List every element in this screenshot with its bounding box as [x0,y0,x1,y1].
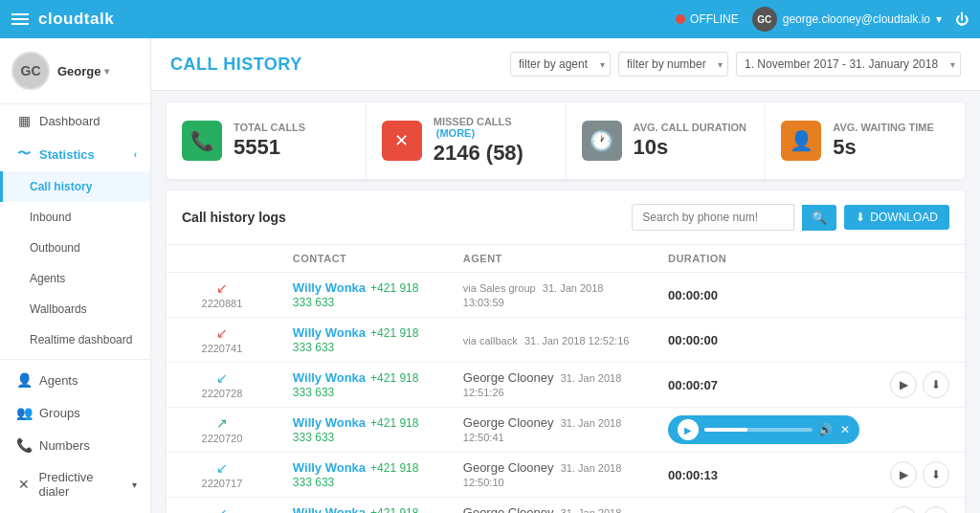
logo: cloudtalk [38,10,114,29]
contact-name[interactable]: Willy Wonka [293,460,366,475]
play-recording-button[interactable]: ▶ [890,506,917,513]
table-actions: 🔍 ⬇ DOWNLOAD [632,204,949,231]
contact-id-cell: ↙2220728 [167,363,278,408]
actions-cell [875,318,965,363]
download-label: DOWNLOAD [870,211,938,224]
missed-calls-info: MISSED CALLS (MORE) 2146 (58) [434,116,550,166]
duration-value: 00:00:00 [668,333,718,347]
search-button[interactable]: 🔍 [802,205,836,231]
call-type-icon: ↙ [216,370,228,386]
avg-waiting-icon: 👤 [781,121,821,161]
sidebar-item-dashboard[interactable]: ▦ Dashboard [0,104,150,137]
sidebar-item-agents-stat[interactable]: Agents [0,263,150,294]
numbers-icon: 📞 [16,437,32,453]
actions-cell [875,408,965,453]
total-calls-info: TOTAL CALLS 5551 [234,122,305,160]
stat-missed-calls: ✕ MISSED CALLS (MORE) 2146 (58) [367,102,567,179]
contact-name-cell: Willy Wonka+421 918 333 633 [278,363,448,408]
sidebar-item-outbound[interactable]: Outbound [0,233,150,263]
user-menu[interactable]: GC george.clooney@cloudtalk.io ▾ [752,7,942,32]
page-title: CALL HISTORY [170,55,302,75]
sidebar-item-statistics[interactable]: 〜 Statistics ‹ [0,137,150,171]
call-id: 2220728 [202,388,243,399]
actions-cell: ▶ ⬇ [875,363,965,408]
progress-fill [704,428,747,432]
contact-name[interactable]: Willy Wonka [293,325,366,340]
user-email: george.clooney@cloudtalk.io [783,12,930,26]
col-contact-id [167,245,278,273]
contact-name[interactable]: Willy Wonka [293,505,366,513]
sidebar-item-conference[interactable]: 🎧 Conference [0,507,150,513]
close-player-button[interactable]: ✕ [840,423,850,436]
header-filters: filter by agent filter by number 1. Nove… [510,52,961,77]
sidebar-item-groups[interactable]: 👥 Groups [0,396,150,429]
progress-bar[interactable] [704,428,813,432]
nav-left: cloudtalk [11,10,114,29]
user-chevron: ▾ [936,12,942,26]
download-recording-button[interactable]: ⬇ [923,461,949,488]
date-range-select[interactable]: 1. November 2017 - 31. January 2018 [736,52,961,77]
sidebar-item-label: Groups [39,406,80,420]
filter-agent-select[interactable]: filter by agent [510,52,611,77]
more-link[interactable]: (MORE) [436,127,475,139]
play-recording-button[interactable]: ▶ [890,371,917,398]
download-icon: ⬇ [856,211,865,224]
avg-duration-label: AVG. CALL DURATION [634,122,747,133]
agents-icon: 👤 [16,372,32,388]
contact-name-cell: Willy Wonka+421 918 333 633 [278,318,448,363]
contact-name[interactable]: Willy Wonka [293,415,366,430]
sidebar-item-inbound[interactable]: Inbound [0,202,150,233]
sidebar-item-numbers[interactable]: 📞 Numbers [0,429,150,461]
filter-number-wrapper: filter by number [618,52,728,77]
sidebar-item-label: Statistics [39,147,95,162]
download-recording-button[interactable]: ⬇ [923,371,949,398]
date-filter-wrapper: 1. November 2017 - 31. January 2018 [736,52,961,77]
agent-cell: George Clooney 31. Jan 2018 12:51:26 [448,363,653,408]
sidebar-item-label: Inbound [30,211,71,224]
contact-name[interactable]: Willy Wonka [293,280,366,295]
sidebar: GC George ▾ ▦ Dashboard 〜 Statistics ‹ C… [0,38,151,513]
play-button[interactable]: ▶ [678,419,699,440]
agent-name: George Clooney [463,415,554,430]
sidebar-item-wallboards[interactable]: Wallboards [0,294,150,324]
avg-duration-info: AVG. CALL DURATION 10s [634,122,747,160]
download-recording-button[interactable]: ⬇ [923,506,949,513]
sidebar-separator [0,359,150,360]
actions-cell [875,273,965,318]
table-section: Call history logs 🔍 ⬇ DOWNLOAD CONTACT A… [167,190,965,513]
agent-name: via callback [463,335,518,346]
main-content: CALL HISTORY filter by agent filter by n… [151,38,980,513]
contact-name[interactable]: Willy Wonka [293,370,366,385]
contact-id-cell: ↙2220717 [167,453,278,498]
sidebar-item-agents[interactable]: 👤 Agents [0,364,150,396]
total-calls-label: TOTAL CALLS [234,122,305,133]
status-indicator[interactable]: OFFLINE [676,12,739,26]
sidebar-item-predictive[interactable]: ✕ Predictive dialer ▾ [0,461,150,507]
sidebar-item-realtime[interactable]: Realtime dashboard [0,324,150,355]
missed-calls-icon: ✕ [382,121,422,161]
table-header: Call history logs 🔍 ⬇ DOWNLOAD [167,190,965,245]
dashboard-icon: ▦ [16,113,32,128]
predictive-chevron: ▾ [132,480,137,490]
table-row: ↙2220728Willy Wonka+421 918 333 633Georg… [167,363,965,408]
play-recording-button[interactable]: ▶ [890,461,917,488]
download-button[interactable]: ⬇ DOWNLOAD [844,205,949,230]
volume-icon[interactable]: 🔊 [818,423,833,436]
hamburger-menu[interactable] [11,13,29,25]
sidebar-item-label: Dashboard [39,114,100,128]
power-icon[interactable]: ⏻ [955,11,969,27]
statistics-chevron: ‹ [134,149,137,160]
sidebar-profile[interactable]: GC George ▾ [0,38,150,104]
search-input[interactable] [632,204,794,231]
avg-duration-icon: 🕐 [582,121,622,161]
contact-name-cell: Willy Wonka+421 918 333 633 [278,453,448,498]
call-type-icon: ↙ [216,280,228,296]
nav-right: OFFLINE GC george.clooney@cloudtalk.io ▾… [676,7,969,32]
duration-value: 00:00:13 [668,468,718,482]
filter-number-select[interactable]: filter by number [618,52,728,77]
total-calls-value: 5551 [234,135,305,160]
sidebar-item-call-history[interactable]: Call history [0,171,150,202]
stat-avg-waiting: 👤 AVG. WAITING TIME 5s [766,102,965,179]
table-row: ↙2220717Willy Wonka+421 918 333 633Georg… [167,453,965,498]
groups-icon: 👥 [16,405,32,420]
